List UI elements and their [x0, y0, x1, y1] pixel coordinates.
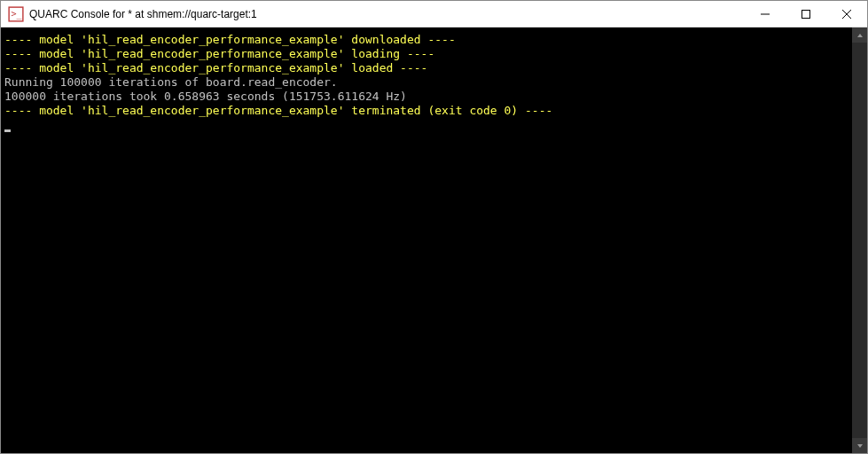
app-icon: >_	[8, 6, 24, 22]
minimize-button[interactable]	[745, 1, 786, 27]
console-line: Running 100000 iterations of board.read_…	[4, 75, 848, 90]
console-body: ---- model 'hil_read_encoder_performance…	[1, 27, 867, 453]
svg-marker-6	[857, 34, 863, 37]
console-output[interactable]: ---- model 'hil_read_encoder_performance…	[1, 27, 852, 453]
console-line: ---- model 'hil_read_encoder_performance…	[4, 61, 848, 75]
app-window: >_ QUARC Console for * at shmem://quarc-…	[0, 0, 868, 454]
console-line: ---- model 'hil_read_encoder_performance…	[4, 47, 848, 61]
scroll-down-button[interactable]	[852, 438, 867, 453]
cursor	[4, 129, 11, 132]
svg-marker-7	[857, 444, 863, 448]
scroll-up-button[interactable]	[852, 27, 867, 43]
maximize-button[interactable]	[786, 1, 826, 27]
svg-rect-3	[802, 10, 810, 18]
svg-text:>_: >_	[11, 9, 22, 20]
console-line: ---- model 'hil_read_encoder_performance…	[4, 104, 848, 118]
close-button[interactable]	[826, 1, 867, 27]
console-cursor-line	[4, 118, 848, 132]
titlebar[interactable]: >_ QUARC Console for * at shmem://quarc-…	[1, 1, 867, 27]
window-title: QUARC Console for * at shmem://quarc-tar…	[29, 8, 257, 20]
vertical-scrollbar[interactable]	[852, 27, 867, 453]
console-line: 100000 iterations took 0.658963 seconds …	[4, 90, 848, 104]
console-line: ---- model 'hil_read_encoder_performance…	[4, 33, 848, 47]
